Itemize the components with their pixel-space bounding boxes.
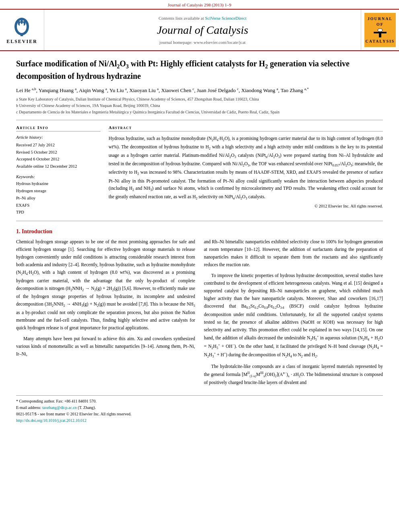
intro-rp1: and Rh–Ni bimetallic nanoparticles exhib… (204, 238, 383, 269)
abstract-header: Abstract (109, 125, 383, 131)
info-abstract-columns: Article Info Article history: Received 2… (16, 125, 383, 216)
journal-header: ELSEVIER Contents lists available at Sci… (0, 10, 399, 51)
affiliations: a State Key Laboratory of Catalysis, Dal… (16, 96, 383, 115)
badge-line2: CATALYSIS (366, 39, 395, 44)
sciverse-link[interactable]: SciVerse ScienceDirect (205, 16, 247, 21)
article-container: Surface modification of Ni/Al2O3 with Pt… (0, 51, 399, 432)
journal-badge-area: JOURNAL OF CATALYSIS (361, 10, 399, 50)
author-email: E-mail address: taozhang@dicp.ac.cn (T. … (16, 405, 383, 411)
doi-link[interactable]: http://dx.doi.org/10.1016/j.jcat.2012.10… (16, 418, 86, 423)
homepage-line: journal homepage: www.elsevier.com/locat… (159, 40, 245, 45)
affil-c: c Departamento de Ciencia de los Materia… (16, 109, 383, 115)
elsevier-logo-area: ELSEVIER (0, 10, 44, 50)
intro-col-left: Chemical hydrogen storage appears to be … (16, 238, 195, 390)
footnote-section: * Corresponding author. Fax: +86 411 846… (16, 395, 383, 424)
intro-rp3: The hydrotalcite-like compounds are a cl… (204, 363, 383, 386)
intro-title: 1. Introduction (16, 228, 383, 235)
issn-text: 0021-9517/$ - see front matter © 2012 El… (16, 411, 383, 417)
abstract-column: Abstract Hydrous hydrazine, such as hydr… (109, 125, 383, 216)
intro-body-columns: Chemical hydrogen storage appears to be … (16, 238, 383, 390)
copyright-text: © 2012 Elsevier Inc. All rights reserved… (109, 204, 383, 208)
elsevier-tree-icon (10, 15, 34, 37)
keyword-2: Hydrogen storage (16, 187, 101, 195)
separator-2 (16, 221, 383, 221)
intro-p2: Many attempts have been put forward to a… (16, 335, 195, 358)
authors-line: Lei He a,b, Yanqiang Huang a, Aiqin Wang… (16, 86, 383, 94)
keyword-3: Pt–Ni alloy (16, 195, 101, 202)
received-date: Received 27 July 2012 (16, 142, 101, 149)
corresponding-author: * Corresponding author. Fax: +86 411 846… (16, 398, 383, 405)
attracting-span: attracting (109, 255, 127, 259)
keyword-1: Hydrous hydrazine (16, 180, 101, 187)
intro-rp2: To improve the kinetic properties of hyd… (204, 272, 383, 359)
keyword-4: EXAFS (16, 202, 101, 209)
homepage-text: journal homepage: www.elsevier.com/locat… (159, 40, 245, 45)
elsevier-logo: ELSEVIER (6, 15, 37, 45)
article-info-column: Article Info Article history: Received 2… (16, 125, 101, 216)
revised-date: Revised 5 October 2012 (16, 149, 101, 156)
email-link[interactable]: taozhang@dicp.ac.cn (42, 405, 77, 410)
sciverse-line: Contents lists available at SciVerse Sci… (158, 16, 246, 21)
journal-ref-text: Journal of Catalysis 298 (2013) 1–9 (168, 2, 231, 7)
available-date: Available online 12 December 2012 (16, 163, 101, 170)
history-label: Article history: (16, 135, 101, 140)
catalysis-badge-icon (374, 29, 387, 37)
badge-line1: JOURNAL OF (367, 16, 393, 27)
article-title: Surface modification of Ni/Al2O3 with Pt… (16, 58, 383, 82)
intro-p1: Chemical hydrogen storage appears to be … (16, 238, 195, 331)
other-span: other (253, 344, 263, 349)
affil-b: b University of Chinese Academy of Scien… (16, 103, 383, 109)
accepted-date: Accepted 6 October 2012 (16, 156, 101, 163)
keywords-label: Keywords: (16, 174, 101, 179)
svg-point-5 (378, 29, 383, 32)
affil-a: a State Key Laboratory of Catalysis, Dal… (16, 96, 383, 102)
separator (16, 120, 383, 120)
keyword-5: TPD (16, 209, 101, 216)
journal-badge: JOURNAL OF CATALYSIS (364, 13, 396, 47)
article-info-header: Article Info (16, 125, 101, 131)
journal-title: Journal of Catalysis (157, 24, 248, 37)
journal-reference-bar: Journal of Catalysis 298 (2013) 1–9 (0, 0, 399, 10)
elsevier-text: ELSEVIER (6, 39, 37, 45)
intro-col-right: and Rh–Ni bimetallic nanoparticles exhib… (204, 238, 383, 390)
doi-text: http://dx.doi.org/10.1016/j.jcat.2012.10… (16, 417, 383, 424)
journal-title-area: Contents lists available at SciVerse Sci… (44, 10, 361, 50)
introduction-section: 1. Introduction Chemical hydrogen storag… (16, 228, 383, 390)
abstract-text: Hydrous hydrazine, such as hydrazine mon… (109, 135, 383, 202)
